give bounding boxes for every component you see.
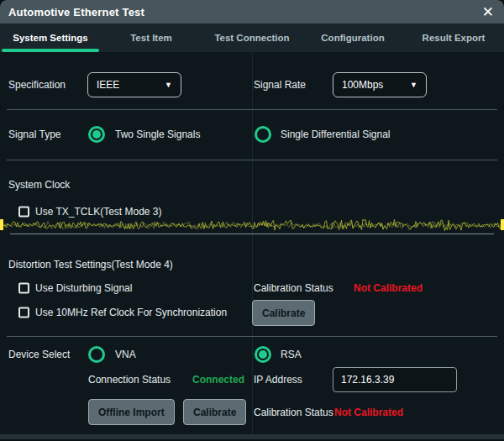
radio-single-differential-signal[interactable] xyxy=(255,126,271,143)
automotive-ethernet-test-dialog: Automotive Ethernet Test ✕ System Settin… xyxy=(0,0,504,434)
connection-status-label: Connection Status xyxy=(88,374,171,386)
connection-status-value: Connected xyxy=(192,374,244,386)
radio-two-single-signals-label: Two Single Signals xyxy=(115,129,200,140)
specification-label: Specification xyxy=(8,79,66,91)
specification-value: IEEE xyxy=(97,79,119,91)
device-select-label: Device Select xyxy=(8,349,70,360)
close-icon[interactable]: ✕ xyxy=(480,5,496,19)
chevron-down-icon: ▼ xyxy=(410,81,417,89)
radio-vna[interactable] xyxy=(88,346,105,363)
tab-system-settings[interactable]: System Settings xyxy=(0,24,101,52)
signal-rate-value: 100Mbps xyxy=(342,79,383,91)
system-clock-heading: System Clock xyxy=(8,179,70,191)
calibration-status-value: Not Calibrated xyxy=(354,282,423,294)
radio-single-differential-signal-label: Single Differential Signal xyxy=(281,129,391,140)
rsa-calibration-status-label: Calibration Status xyxy=(254,407,333,418)
separator xyxy=(7,336,497,337)
specification-dropdown[interactable]: IEEE ▼ xyxy=(87,72,181,97)
trace-right-edge-marker xyxy=(501,219,504,230)
radio-rsa[interactable] xyxy=(255,346,271,363)
signal-rate-dropdown[interactable]: 100Mbps ▼ xyxy=(333,72,427,97)
tab-bar: System Settings Test Item Test Connectio… xyxy=(0,24,504,52)
calibrate-button[interactable]: Calibrate xyxy=(252,300,315,326)
separator-bright xyxy=(10,234,494,234)
tab-result-export[interactable]: Result Export xyxy=(403,24,504,52)
tab-configuration[interactable]: Configuration xyxy=(302,24,403,52)
checkbox-use-10mhz-ref-clock[interactable] xyxy=(18,307,29,318)
signal-rate-label: Signal Rate xyxy=(254,79,306,91)
tab-test-item[interactable]: Test Item xyxy=(101,24,202,52)
separator xyxy=(7,160,497,160)
channel-noise-trace xyxy=(0,216,504,234)
screen-bottom-strip xyxy=(0,434,504,439)
offline-import-button[interactable]: Offline Import xyxy=(88,399,175,425)
radio-rsa-label: RSA xyxy=(281,349,302,360)
checkbox-use-10mhz-ref-clock-label: Use 10MHz Ref Clock For Synchronization xyxy=(35,307,227,318)
chevron-down-icon: ▼ xyxy=(165,81,172,89)
checkbox-use-disturbing-signal-label: Use Disturbing Signal xyxy=(35,282,132,294)
radio-two-single-signals[interactable] xyxy=(88,126,105,143)
dialog-body: Specification IEEE ▼ Signal Rate 100Mbps… xyxy=(0,52,504,434)
ip-address-input[interactable] xyxy=(333,367,457,392)
separator xyxy=(7,109,497,110)
calibration-status-label: Calibration Status xyxy=(254,282,333,294)
dialog-title: Automotive Ethernet Test xyxy=(8,6,144,18)
radio-vna-label: VNA xyxy=(115,349,136,360)
distortion-heading: Distortion Test Settings(Test Mode 4) xyxy=(8,259,173,270)
checkbox-use-disturbing-signal[interactable] xyxy=(18,283,29,294)
rsa-calibration-status-value: Not Calibrated xyxy=(334,407,403,418)
trace-left-edge-marker xyxy=(0,219,3,230)
ip-address-label: IP Address xyxy=(254,374,302,386)
calibrate-rsa-button[interactable]: Calibrate xyxy=(183,399,246,425)
tab-test-connection[interactable]: Test Connection xyxy=(202,24,302,52)
signal-type-label: Signal Type xyxy=(8,129,61,140)
title-bar: Automotive Ethernet Test ✕ xyxy=(0,0,504,24)
